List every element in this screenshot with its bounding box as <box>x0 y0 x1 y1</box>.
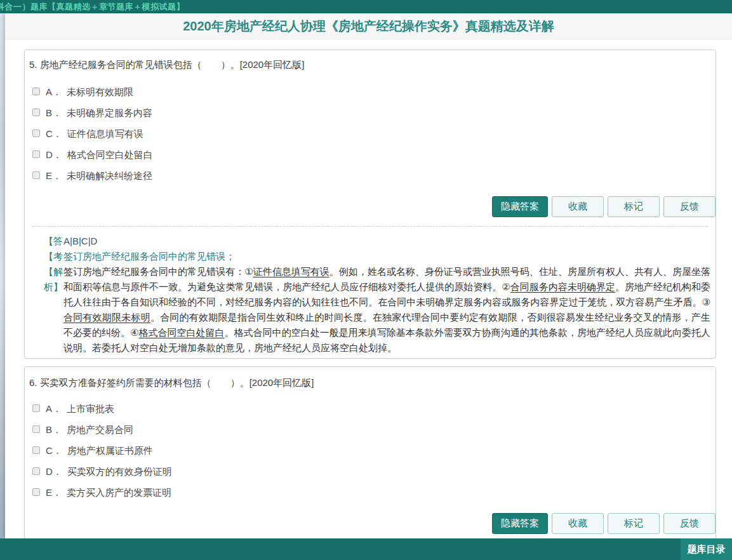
analysis-row: 【解析】 签订房地产经纪服务合同中的常见错误有：①证件信息填写有误。例如，姓名或… <box>44 264 710 356</box>
analysis-segment-underlined: 证件信息填写有误 <box>253 266 329 277</box>
option-text: 证件信息填写有误 <box>67 128 143 139</box>
analysis-segment-underlined: 合同有效期限未标明 <box>63 312 150 323</box>
analysis-segment: 签订房地产经纪服务合同中的常见错误有：① <box>63 266 253 277</box>
option-text: 房地产交易合同 <box>67 424 133 435</box>
option-row[interactable]: B．未明确界定服务内容 <box>32 107 152 120</box>
option-text: 未标明有效期限 <box>67 86 133 97</box>
option-checkbox[interactable] <box>32 88 40 95</box>
page-title: 2020年房地产经纪人协理《房地产经纪操作实务》真题精选及详解 <box>183 13 554 39</box>
option-row[interactable]: E．卖方买入房产的发票证明 <box>32 487 171 500</box>
question-bank-catalog-button[interactable]: 题库目录 <box>681 538 732 560</box>
page-header: 2020年房地产经纪人协理《房地产经纪操作实务》真题精选及详解 <box>5 13 732 39</box>
option-row[interactable]: A．未标明有效期限 <box>32 86 133 99</box>
analysis-segment-underlined: 合同服务内容未明确界定 <box>510 281 615 292</box>
option-checkbox[interactable] <box>32 109 40 116</box>
analysis-label: 【解析】 <box>44 264 63 356</box>
analysis-segment-underlined: 格式合同空白处留白 <box>139 327 225 338</box>
option-checkbox[interactable] <box>32 467 40 475</box>
option-row[interactable]: D．买卖双方的有效身份证明 <box>32 466 172 479</box>
option-checkbox[interactable] <box>32 171 40 179</box>
option-checkbox[interactable] <box>32 404 40 412</box>
question-stem: 6. 买卖双方准备好签约所需要的材料包括（ ）。[2020年回忆版] <box>29 377 314 389</box>
option-row[interactable]: D．格式合同空白处留白 <box>32 149 153 162</box>
feedback-button[interactable]: 反馈 <box>663 513 715 534</box>
option-letter: D． <box>46 466 62 477</box>
option-row[interactable]: A．上市审批表 <box>32 403 114 416</box>
answer-label: 【答 <box>44 234 63 249</box>
option-checkbox[interactable] <box>32 446 40 454</box>
option-checkbox[interactable] <box>32 488 40 496</box>
actions-row: 隐藏答案 收藏 标记 反馈 <box>492 513 715 534</box>
option-row[interactable]: C．证件信息填写有误 <box>32 128 143 141</box>
answer-value: A|B|C|D <box>63 234 97 249</box>
option-letter: C． <box>46 445 62 456</box>
option-letter: B． <box>46 424 62 435</box>
analysis-text: 签订房地产经纪服务合同中的常见错误有：①证件信息填写有误。例如，姓名或名称、身份… <box>63 264 710 356</box>
question-card: 6. 买卖双方准备好签约所需要的材料包括（ ）。[2020年回忆版] A．上市审… <box>24 366 716 557</box>
bottom-bar: 题库目录 <box>0 538 732 560</box>
option-text: 上市审批表 <box>67 403 114 414</box>
option-letter: A． <box>46 403 62 414</box>
option-letter: A． <box>46 86 62 97</box>
topbar-breadcrumb: 科合一）题库【真题精选＋章节题库＋模拟试题】 <box>0 0 185 13</box>
favorite-button[interactable]: 收藏 <box>552 196 604 217</box>
question-stem: 5. 房地产经纪服务合同的常见错误包括（ ）。[2020年回忆版] <box>29 59 304 71</box>
option-text: 未明确界定服务内容 <box>67 107 152 118</box>
option-row[interactable]: B．房地产交易合同 <box>32 424 133 437</box>
option-letter: E． <box>46 487 62 498</box>
option-checkbox[interactable] <box>32 425 40 433</box>
answer-section: 【答 A|B|C|D 【考 签订房地产经纪服务合同中的常见错误； 【解析】 签订… <box>44 234 710 356</box>
hide-answer-button[interactable]: 隐藏答案 <box>492 513 548 534</box>
option-row[interactable]: E．未明确解决纠纷途径 <box>32 170 152 183</box>
hide-answer-button[interactable]: 隐藏答案 <box>492 196 548 217</box>
top-title-bar: 科合一）题库【真题精选＋章节题库＋模拟试题】 <box>0 0 732 13</box>
option-text: 格式合同空白处留白 <box>67 149 153 160</box>
option-row[interactable]: C．房地产权属证书原件 <box>32 445 153 458</box>
option-text: 房地产权属证书原件 <box>67 445 153 456</box>
option-text: 买卖双方的有效身份证明 <box>67 466 172 477</box>
mark-button[interactable]: 标记 <box>608 513 660 534</box>
option-checkbox[interactable] <box>32 130 40 137</box>
option-text: 卖方买入房产的发票证明 <box>67 487 171 498</box>
option-checkbox[interactable] <box>32 150 40 158</box>
dashed-divider <box>32 226 708 227</box>
favorite-button[interactable]: 收藏 <box>552 513 604 534</box>
mark-button[interactable]: 标记 <box>608 196 660 217</box>
content-panel: 2020年房地产经纪人协理《房地产经纪操作实务》真题精选及详解 5. 房地产经纪… <box>5 13 732 538</box>
actions-row: 隐藏答案 收藏 标记 反馈 <box>492 196 715 217</box>
option-letter: D． <box>46 149 62 160</box>
exam-point-row: 【考 签订房地产经纪服务合同中的常见错误； <box>44 249 710 264</box>
exam-point-label: 【考 <box>44 249 63 264</box>
feedback-button[interactable]: 反馈 <box>663 196 715 217</box>
question-card: 5. 房地产经纪服务合同的常见错误包括（ ）。[2020年回忆版] A．未标明有… <box>24 50 716 359</box>
option-letter: E． <box>46 170 62 181</box>
option-letter: C． <box>46 128 62 139</box>
answer-row: 【答 A|B|C|D <box>44 234 710 249</box>
exam-point-text: 签订房地产经纪服务合同中的常见错误； <box>63 249 235 264</box>
option-text: 未明确解决纠纷途径 <box>67 170 152 181</box>
option-letter: B． <box>46 107 62 118</box>
